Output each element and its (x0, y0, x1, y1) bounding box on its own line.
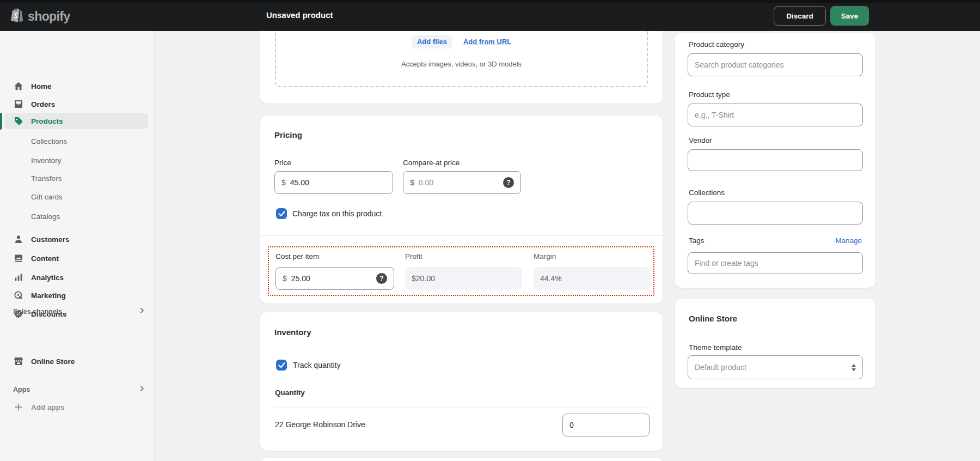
sidebar-item-label: Customers (31, 235, 70, 244)
chevron-right-icon (138, 307, 146, 317)
price-input-wrap: $ (274, 171, 393, 194)
add-from-url-link[interactable]: Add from URL (463, 38, 511, 46)
vendor-input[interactable] (695, 156, 856, 165)
collections-input[interactable] (695, 209, 856, 217)
price-input[interactable] (290, 178, 386, 187)
discard-button[interactable]: Discard (774, 6, 826, 26)
top-bar: shopify Unsaved product Discard Save (0, 0, 980, 31)
cost-per-item-input-wrap: $ ? (275, 267, 394, 290)
sidebar-item-catalogs[interactable]: Catalogs (4, 208, 148, 225)
online-store-card: Online Store Theme template Default prod… (675, 299, 875, 388)
sidebar-item-products[interactable]: Products (4, 113, 148, 129)
sidebar-header-apps[interactable]: Apps (13, 385, 146, 395)
theme-template-select[interactable]: Default product (688, 355, 863, 379)
compare-at-price-input[interactable] (419, 178, 499, 187)
shopify-bag-icon (10, 8, 24, 25)
online-store-title: Online Store (689, 314, 737, 323)
track-quantity-label: Track quantity (293, 361, 340, 369)
inventory-title: Inventory (274, 327, 311, 337)
sidebar-nav: HomeOrdersProductsCollectionsInventoryTr… (0, 31, 155, 461)
cost-per-item-help-icon[interactable]: ? (376, 273, 387, 284)
next-card-partial (260, 458, 663, 461)
location-name: 22 George Robinson Drive (275, 420, 365, 429)
sidebar-item-label: Products (31, 117, 63, 125)
media-dropzone[interactable]: Add files Add from URL Accepts images, v… (275, 22, 648, 87)
content-icon (13, 253, 24, 264)
cost-per-item-highlight-box: Cost per item Profit Margin $ ? $20.00 4… (268, 246, 654, 296)
product-category-input-wrap (688, 53, 863, 76)
sidebar-item-label: Home (31, 82, 52, 90)
home-icon (13, 81, 24, 92)
sidebar-item-label: Catalogs (31, 213, 60, 221)
collections-input-wrap (688, 202, 863, 225)
sidebar-item-customers[interactable]: Customers (4, 231, 148, 247)
divider (274, 408, 649, 408)
plus-icon (13, 402, 24, 413)
compare-at-price-label: Compare-at price (403, 159, 460, 167)
currency-prefix: $ (283, 274, 287, 283)
quantity-input[interactable] (569, 421, 642, 429)
sidebar-item-transfers[interactable]: Transfers (4, 170, 148, 186)
product-type-label: Product type (689, 90, 730, 99)
chevron-right-icon (138, 385, 146, 395)
sidebar-item-inventory[interactable]: Inventory (4, 152, 148, 168)
shopify-wordmark: shopify (28, 9, 70, 24)
marketing-icon (13, 290, 24, 301)
orders-icon (13, 99, 24, 110)
pricing-title: Pricing (274, 130, 302, 139)
price-label: Price (274, 159, 291, 167)
shopify-logo[interactable]: shopify (10, 8, 70, 25)
page-title: Unsaved product (266, 10, 333, 20)
storefront-icon (13, 356, 24, 367)
customers-icon (13, 234, 24, 245)
shopify-admin-window: shopify Unsaved product Discard Save Hom… (0, 0, 980, 461)
sidebar-item-label: Inventory (31, 156, 62, 165)
margin-readonly-field: 44.4% (534, 267, 651, 290)
sidebar-item-label: Marketing (31, 292, 66, 300)
product-organization-card: Product category Product type Vendor Col… (675, 33, 875, 288)
sidebar-header-sales-channels[interactable]: Sales channels (13, 307, 146, 317)
tags-input[interactable] (695, 259, 856, 268)
vendor-input-wrap (688, 149, 863, 171)
analytics-icon (13, 272, 24, 283)
sidebar-item-add-apps[interactable]: Add apps (4, 399, 148, 415)
divider (260, 235, 663, 236)
track-quantity-checkbox[interactable] (276, 360, 287, 371)
sidebar-item-marketing[interactable]: Marketing (4, 287, 148, 304)
charge-tax-checkbox[interactable] (276, 208, 287, 219)
quantity-section-label: Quantity (275, 389, 305, 397)
vendor-label: Vendor (689, 136, 712, 144)
sidebar-item-label: Collections (31, 137, 67, 145)
collections-label: Collections (689, 189, 725, 197)
compare-at-help-icon[interactable]: ? (503, 177, 514, 188)
cost-per-item-input[interactable] (291, 274, 372, 283)
sidebar-item-label: Analytics (31, 274, 64, 282)
sidebar-item-home[interactable]: Home (4, 78, 148, 94)
save-button[interactable]: Save (830, 6, 869, 26)
charge-tax-label: Charge tax on this product (292, 209, 382, 218)
margin-label: Margin (534, 252, 556, 260)
compare-at-price-input-wrap: $ ? (403, 171, 521, 194)
sidebar-item-analytics[interactable]: Analytics (4, 269, 148, 286)
products-icon (13, 116, 24, 126)
sidebar-item-content[interactable]: Content (4, 250, 148, 266)
profit-readonly-field: $20.00 (405, 267, 522, 290)
sidebar-item-label: Content (31, 254, 59, 263)
currency-prefix: $ (410, 178, 414, 187)
sidebar-item-gift-cards[interactable]: Gift cards (4, 189, 148, 205)
pricing-card: Pricing Price Compare-at price $ $ ? Cha… (260, 116, 663, 304)
tags-label: Tags (689, 236, 705, 245)
manage-tags-link[interactable]: Manage (835, 236, 862, 245)
sidebar-item-orders[interactable]: Orders (4, 96, 148, 112)
sidebar-item-collections[interactable]: Collections (4, 133, 148, 149)
profit-label: Profit (405, 252, 422, 260)
product-category-input[interactable] (695, 60, 856, 69)
theme-template-value: Default product (695, 363, 746, 372)
media-card: Add files Add from URL Accepts images, v… (260, 22, 663, 104)
sidebar-item-label: Transfers (31, 174, 62, 183)
product-type-input[interactable] (695, 111, 856, 119)
sidebar-item-online-store[interactable]: Online Store (4, 353, 148, 369)
add-files-button[interactable]: Add files (412, 35, 452, 48)
quantity-input-wrap (562, 414, 650, 436)
sidebar-item-label: Orders (31, 100, 55, 108)
